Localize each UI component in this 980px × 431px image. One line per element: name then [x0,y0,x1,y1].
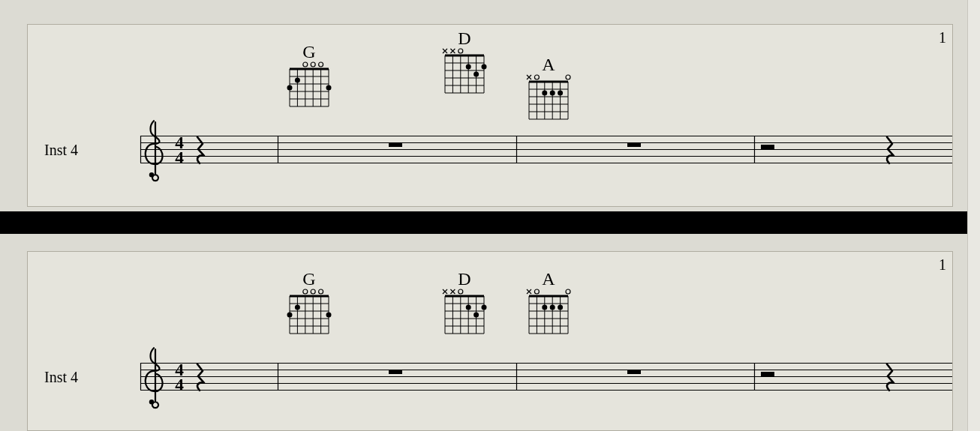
svg-point-114 [466,305,471,310]
svg-point-100 [326,313,332,318]
svg-text:4: 4 [175,148,184,167]
svg-point-31 [295,78,300,83]
fretboard-icon [526,71,571,142]
fretboard-icon [287,286,332,356]
chord-diagram: G [287,269,332,341]
svg-point-17 [311,62,315,67]
svg-point-98 [295,305,300,310]
chord-diagram: D [442,269,487,341]
svg-point-66 [558,91,563,96]
svg-point-116 [473,313,479,318]
svg-point-84 [311,289,315,294]
svg-point-132 [550,305,555,310]
svg-point-16 [303,62,308,67]
svg-point-101 [458,289,463,294]
fretboard-icon [442,45,487,115]
chord-diagram: D [442,28,487,100]
svg-point-64 [542,91,547,96]
svg-point-51 [566,75,570,79]
vertical-scrollbar[interactable] [967,0,980,431]
svg-point-118 [566,289,570,294]
chord-diagram: A [526,55,571,127]
svg-rect-80 [389,370,402,374]
svg-point-117 [534,289,539,294]
svg-point-34 [458,49,463,53]
score-panel-bottom[interactable]: 1Inst 444GDA [27,251,953,431]
svg-point-32 [287,85,293,91]
svg-point-10 [149,172,154,177]
fretboard-icon [526,286,571,356]
staff: 44 [28,25,952,206]
svg-point-49 [473,72,479,77]
svg-text:4: 4 [175,375,184,394]
svg-point-65 [550,91,555,96]
svg-point-115 [482,305,487,310]
svg-point-77 [149,400,154,404]
svg-rect-82 [761,372,774,376]
svg-point-133 [558,305,563,310]
fretboard-icon [287,58,332,129]
svg-point-85 [319,289,323,294]
svg-point-50 [534,75,539,79]
svg-point-33 [326,85,332,91]
svg-point-99 [287,313,293,318]
fretboard-icon [442,286,487,356]
svg-rect-14 [627,142,641,147]
staff: 44 [28,252,952,430]
svg-point-83 [303,289,308,294]
svg-rect-81 [627,370,641,374]
svg-point-48 [482,64,487,70]
svg-point-47 [466,64,471,70]
score-panel-top[interactable]: 1Inst 444GDA [27,24,953,207]
svg-point-18 [319,62,323,67]
chord-diagram: G [287,42,332,114]
chord-diagram: A [526,269,571,341]
svg-point-131 [542,305,547,310]
svg-rect-13 [389,142,402,147]
svg-rect-15 [761,145,774,149]
panel-divider [0,211,980,234]
